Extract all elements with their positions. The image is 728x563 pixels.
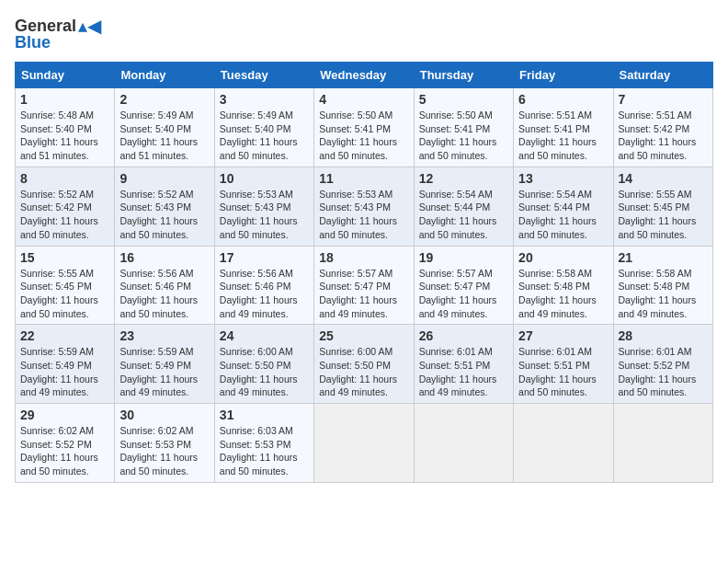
calendar-day-cell bbox=[314, 404, 414, 483]
day-detail: Sunrise: 5:56 AMSunset: 5:46 PMDaylight:… bbox=[119, 268, 198, 319]
calendar-day-cell: 21 Sunrise: 5:58 AMSunset: 5:48 PMDaylig… bbox=[613, 246, 712, 325]
day-detail: Sunrise: 6:01 AMSunset: 5:52 PMDaylight:… bbox=[619, 346, 697, 397]
day-number: 7 bbox=[619, 92, 708, 107]
calendar-week-row: 29 Sunrise: 6:02 AMSunset: 5:52 PMDaylig… bbox=[16, 404, 713, 483]
calendar-day-cell bbox=[414, 404, 513, 483]
day-number: 8 bbox=[20, 171, 109, 186]
day-number: 2 bbox=[119, 92, 209, 107]
day-detail: Sunrise: 5:55 AMSunset: 5:45 PMDaylight:… bbox=[20, 268, 98, 319]
day-detail: Sunrise: 5:59 AMSunset: 5:49 PMDaylight:… bbox=[20, 346, 98, 397]
day-number: 20 bbox=[518, 250, 608, 265]
day-detail: Sunrise: 5:50 AMSunset: 5:41 PMDaylight:… bbox=[419, 109, 497, 161]
day-detail: Sunrise: 6:03 AMSunset: 5:53 PMDaylight:… bbox=[220, 425, 298, 477]
weekday-header-cell: Saturday bbox=[613, 63, 712, 88]
calendar-day-cell: 3 Sunrise: 5:49 AMSunset: 5:40 PMDayligh… bbox=[214, 88, 313, 167]
calendar-day-cell: 19 Sunrise: 5:57 AMSunset: 5:47 PMDaylig… bbox=[414, 246, 513, 325]
calendar-day-cell: 25 Sunrise: 6:00 AMSunset: 5:50 PMDaylig… bbox=[314, 325, 414, 404]
calendar-day-cell: 24 Sunrise: 6:00 AMSunset: 5:50 PMDaylig… bbox=[214, 325, 313, 404]
day-number: 30 bbox=[119, 408, 209, 422]
calendar-day-cell: 18 Sunrise: 5:57 AMSunset: 5:47 PMDaylig… bbox=[314, 246, 414, 325]
calendar-day-cell: 11 Sunrise: 5:53 AMSunset: 5:43 PMDaylig… bbox=[314, 167, 414, 246]
day-detail: Sunrise: 5:54 AMSunset: 5:44 PMDaylight:… bbox=[419, 189, 497, 240]
day-number: 28 bbox=[619, 328, 708, 343]
day-number: 31 bbox=[220, 408, 309, 422]
weekday-header-cell: Thursday bbox=[414, 63, 513, 88]
day-number: 4 bbox=[319, 92, 408, 107]
weekday-header-row: SundayMondayTuesdayWednesdayThursdayFrid… bbox=[16, 63, 713, 88]
weekday-header-cell: Sunday bbox=[16, 63, 115, 88]
day-number: 10 bbox=[220, 171, 309, 186]
calendar-day-cell: 23 Sunrise: 5:59 AMSunset: 5:49 PMDaylig… bbox=[115, 325, 214, 404]
day-number: 12 bbox=[419, 171, 508, 186]
logo-blue-text: Blue bbox=[15, 33, 51, 52]
day-detail: Sunrise: 5:55 AMSunset: 5:45 PMDaylight:… bbox=[619, 189, 697, 240]
calendar-day-cell: 26 Sunrise: 6:01 AMSunset: 5:51 PMDaylig… bbox=[414, 325, 513, 404]
day-detail: Sunrise: 5:49 AMSunset: 5:40 PMDaylight:… bbox=[119, 109, 198, 161]
calendar-day-cell: 10 Sunrise: 5:53 AMSunset: 5:43 PMDaylig… bbox=[214, 167, 313, 246]
calendar-day-cell: 27 Sunrise: 6:01 AMSunset: 5:51 PMDaylig… bbox=[514, 325, 613, 404]
calendar-week-row: 15 Sunrise: 5:55 AMSunset: 5:45 PMDaylig… bbox=[16, 246, 713, 325]
calendar-day-cell: 28 Sunrise: 6:01 AMSunset: 5:52 PMDaylig… bbox=[613, 325, 712, 404]
calendar-day-cell: 4 Sunrise: 5:50 AMSunset: 5:41 PMDayligh… bbox=[314, 88, 414, 167]
day-number: 29 bbox=[20, 408, 109, 422]
calendar-day-cell: 1 Sunrise: 5:48 AMSunset: 5:40 PMDayligh… bbox=[16, 88, 115, 167]
day-detail: Sunrise: 6:00 AMSunset: 5:50 PMDaylight:… bbox=[319, 346, 397, 397]
calendar-day-cell: 14 Sunrise: 5:55 AMSunset: 5:45 PMDaylig… bbox=[613, 167, 712, 246]
day-detail: Sunrise: 6:02 AMSunset: 5:53 PMDaylight:… bbox=[119, 425, 198, 477]
day-number: 9 bbox=[119, 171, 209, 186]
day-number: 11 bbox=[319, 171, 408, 186]
calendar-table: SundayMondayTuesdayWednesdayThursdayFrid… bbox=[15, 62, 713, 483]
day-detail: Sunrise: 5:56 AMSunset: 5:46 PMDaylight:… bbox=[220, 268, 298, 319]
calendar-day-cell: 20 Sunrise: 5:58 AMSunset: 5:48 PMDaylig… bbox=[514, 246, 613, 325]
calendar-day-cell: 30 Sunrise: 6:02 AMSunset: 5:53 PMDaylig… bbox=[115, 404, 214, 483]
calendar-day-cell: 22 Sunrise: 5:59 AMSunset: 5:49 PMDaylig… bbox=[16, 325, 115, 404]
calendar-day-cell: 12 Sunrise: 5:54 AMSunset: 5:44 PMDaylig… bbox=[414, 167, 513, 246]
day-detail: Sunrise: 5:50 AMSunset: 5:41 PMDaylight:… bbox=[319, 109, 397, 161]
day-number: 23 bbox=[119, 328, 209, 343]
day-number: 14 bbox=[619, 171, 708, 186]
calendar-day-cell: 8 Sunrise: 5:52 AMSunset: 5:42 PMDayligh… bbox=[16, 167, 115, 246]
day-number: 24 bbox=[220, 328, 309, 343]
day-detail: Sunrise: 5:53 AMSunset: 5:43 PMDaylight:… bbox=[319, 189, 397, 240]
day-detail: Sunrise: 5:53 AMSunset: 5:43 PMDaylight:… bbox=[220, 189, 298, 240]
calendar-week-row: 8 Sunrise: 5:52 AMSunset: 5:42 PMDayligh… bbox=[16, 167, 713, 246]
calendar-day-cell: 15 Sunrise: 5:55 AMSunset: 5:45 PMDaylig… bbox=[16, 246, 115, 325]
calendar-day-cell: 13 Sunrise: 5:54 AMSunset: 5:44 PMDaylig… bbox=[514, 167, 613, 246]
day-number: 17 bbox=[220, 250, 309, 265]
day-number: 25 bbox=[319, 328, 408, 343]
calendar-day-cell: 7 Sunrise: 5:51 AMSunset: 5:42 PMDayligh… bbox=[613, 88, 712, 167]
day-detail: Sunrise: 5:51 AMSunset: 5:42 PMDaylight:… bbox=[619, 109, 697, 161]
calendar-day-cell: 16 Sunrise: 5:56 AMSunset: 5:46 PMDaylig… bbox=[115, 246, 214, 325]
weekday-header-cell: Wednesday bbox=[314, 63, 414, 88]
day-detail: Sunrise: 6:01 AMSunset: 5:51 PMDaylight:… bbox=[518, 346, 597, 397]
weekday-header-cell: Monday bbox=[115, 63, 214, 88]
day-number: 6 bbox=[518, 92, 608, 107]
day-number: 22 bbox=[20, 328, 109, 343]
day-number: 18 bbox=[319, 250, 408, 265]
day-detail: Sunrise: 5:59 AMSunset: 5:49 PMDaylight:… bbox=[119, 346, 198, 397]
day-detail: Sunrise: 5:49 AMSunset: 5:40 PMDaylight:… bbox=[220, 109, 298, 161]
day-number: 26 bbox=[419, 328, 508, 343]
day-detail: Sunrise: 6:01 AMSunset: 5:51 PMDaylight:… bbox=[419, 346, 497, 397]
day-number: 1 bbox=[20, 92, 109, 107]
day-number: 3 bbox=[220, 92, 309, 107]
day-number: 19 bbox=[419, 250, 508, 265]
day-detail: Sunrise: 5:52 AMSunset: 5:42 PMDaylight:… bbox=[20, 189, 98, 240]
calendar-day-cell: 6 Sunrise: 5:51 AMSunset: 5:41 PMDayligh… bbox=[514, 88, 613, 167]
calendar-day-cell bbox=[514, 404, 613, 483]
calendar-week-row: 22 Sunrise: 5:59 AMSunset: 5:49 PMDaylig… bbox=[16, 325, 713, 404]
day-detail: Sunrise: 5:57 AMSunset: 5:47 PMDaylight:… bbox=[319, 268, 397, 319]
day-detail: Sunrise: 5:52 AMSunset: 5:43 PMDaylight:… bbox=[119, 189, 198, 240]
calendar-day-cell: 31 Sunrise: 6:03 AMSunset: 5:53 PMDaylig… bbox=[214, 404, 313, 483]
day-number: 27 bbox=[518, 328, 608, 343]
day-detail: Sunrise: 5:58 AMSunset: 5:48 PMDaylight:… bbox=[619, 268, 697, 319]
weekday-header-cell: Tuesday bbox=[214, 63, 313, 88]
page-header: General ▴◀ Blue bbox=[15, 15, 713, 52]
day-detail: Sunrise: 5:57 AMSunset: 5:47 PMDaylight:… bbox=[419, 268, 497, 319]
calendar-day-cell: 2 Sunrise: 5:49 AMSunset: 5:40 PMDayligh… bbox=[115, 88, 214, 167]
day-detail: Sunrise: 6:02 AMSunset: 5:52 PMDaylight:… bbox=[20, 425, 98, 477]
logo: General ▴◀ Blue bbox=[15, 15, 101, 52]
day-number: 16 bbox=[119, 250, 209, 265]
day-detail: Sunrise: 5:58 AMSunset: 5:48 PMDaylight:… bbox=[518, 268, 597, 319]
day-detail: Sunrise: 5:48 AMSunset: 5:40 PMDaylight:… bbox=[20, 109, 98, 161]
